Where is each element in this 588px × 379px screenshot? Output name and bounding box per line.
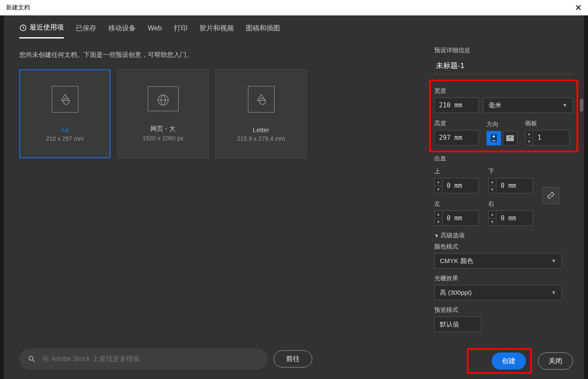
artboard-stepper[interactable]: ▲▼ (525, 130, 533, 145)
orientation-portrait[interactable] (487, 131, 501, 145)
category-tabs: 最近使用项 已保存 移动设备 Web 打印 胶片和视频 图稿和插图 (4, 15, 584, 39)
create-button[interactable]: 创建 (492, 352, 526, 370)
svg-point-11 (509, 136, 511, 138)
bleed-bottom-input[interactable] (496, 178, 533, 193)
orientation-label: 方向 (487, 121, 517, 128)
svg-point-5 (260, 98, 266, 104)
title-bar: 新建文档 ✕ (0, 0, 588, 15)
bleed-left-stepper[interactable]: ▲▼ (434, 210, 442, 226)
go-button[interactable]: 前往 (274, 350, 312, 367)
bleed-right-stepper[interactable]: ▲▼ (488, 210, 496, 226)
svg-line-7 (33, 360, 35, 362)
artboard-input[interactable] (533, 130, 570, 145)
preset-dims: 210 x 297 mm (46, 135, 84, 142)
clock-icon (19, 24, 27, 32)
tab-art[interactable]: 图稿和插图 (246, 23, 280, 38)
bleed-bottom-stepper[interactable]: ▲▼ (488, 178, 496, 193)
color-mode-select[interactable]: CMYK 颜色 ▼ (434, 253, 562, 269)
svg-point-1 (63, 98, 69, 104)
bleed-bottom-label: 下 (488, 168, 536, 175)
preset-dims: 215.9 x 279.4 mm (237, 135, 285, 142)
preset-title: A4 (61, 126, 69, 133)
height-label: 高度 (434, 120, 479, 127)
tab-saved[interactable]: 已保存 (76, 23, 96, 38)
preset-details-panel: 预设详细信息 宽度 毫米 ▼ 高度 方向 (421, 39, 584, 379)
bleed-right-label: 右 (488, 200, 536, 208)
svg-point-9 (493, 136, 495, 138)
preset-dims: 1920 x 1080 px (143, 135, 184, 142)
preset-title: Letter (253, 126, 269, 133)
svg-point-6 (29, 356, 33, 360)
window-title: 新建文档 (6, 4, 30, 12)
chevron-down-icon: ▼ (434, 233, 439, 238)
raster-label: 光栅效果 (434, 275, 573, 282)
new-document-dialog: 最近使用项 已保存 移动设备 Web 打印 胶片和视频 图稿和插图 您尚未创建任… (4, 15, 584, 379)
scrollbar[interactable] (580, 99, 583, 112)
panel-header: 预设详细信息 (434, 47, 573, 54)
width-label: 宽度 (434, 87, 573, 95)
bleed-right-input[interactable] (496, 210, 533, 226)
bleed-top-stepper[interactable]: ▲▼ (434, 178, 442, 193)
unit-value: 毫米 (489, 101, 501, 110)
artboard-label: 画板 (525, 120, 570, 127)
chevron-down-icon: ▼ (562, 102, 567, 108)
height-input[interactable] (434, 130, 479, 145)
unit-select[interactable]: 毫米 ▼ (483, 98, 573, 113)
search-icon (28, 355, 36, 363)
preset-card-a4[interactable]: A4 210 x 297 mm (19, 69, 110, 158)
tab-recent[interactable]: 最近使用项 (19, 23, 64, 38)
chevron-down-icon: ▼ (551, 290, 556, 296)
tab-label: 最近使用项 (30, 23, 64, 32)
preset-area: 您尚未创建任何文档。下面是一些预设创意，可帮助您入门。 A4 210 x 297… (4, 39, 421, 379)
document-name-input[interactable] (434, 59, 573, 74)
dimension-highlight: 宽度 毫米 ▼ 高度 方向 (429, 80, 578, 152)
web-icon (148, 86, 179, 111)
document-icon (52, 86, 78, 113)
intro-text: 您尚未创建任何文档。下面是一些预设创意，可帮助您入门。 (19, 51, 405, 59)
link-icon (547, 192, 555, 199)
bleed-left-label: 左 (434, 200, 482, 208)
color-mode-label: 颜色模式 (434, 243, 573, 251)
advanced-toggle[interactable]: ▼ 高级选项 (434, 232, 573, 240)
bleed-left-input[interactable] (442, 210, 479, 226)
bleed-label: 出血 (434, 155, 573, 163)
tab-web[interactable]: Web (148, 23, 162, 38)
document-icon (248, 86, 275, 113)
close-icon[interactable]: ✕ (575, 3, 582, 13)
orientation-landscape[interactable] (503, 131, 517, 145)
stock-search[interactable] (19, 348, 268, 370)
close-button[interactable]: 关闭 (538, 352, 573, 370)
preset-card-web[interactable]: 网页 - 大 1920 x 1080 px (117, 69, 209, 158)
tab-film[interactable]: 胶片和视频 (200, 23, 234, 38)
preview-label: 预览模式 (434, 306, 573, 314)
step-up-icon[interactable]: ▲ (525, 130, 533, 138)
create-highlight: 创建 (467, 348, 532, 374)
tab-mobile[interactable]: 移动设备 (108, 23, 136, 38)
preview-select[interactable]: 默认值 (434, 317, 481, 332)
raster-select[interactable]: 高 (300ppi) ▼ (434, 285, 562, 300)
bleed-top-label: 上 (434, 168, 482, 175)
width-input[interactable] (434, 98, 479, 113)
preset-title: 网页 - 大 (150, 125, 175, 133)
chevron-down-icon: ▼ (551, 258, 556, 264)
step-down-icon[interactable]: ▼ (525, 138, 533, 145)
tab-print[interactable]: 打印 (174, 23, 188, 38)
footer-buttons: 创建 关闭 (467, 348, 573, 374)
preset-card-letter[interactable]: Letter 215.9 x 279.4 mm (215, 69, 307, 158)
search-input[interactable] (42, 355, 259, 363)
link-bleed-button[interactable] (542, 187, 559, 204)
bleed-top-input[interactable] (442, 178, 479, 193)
